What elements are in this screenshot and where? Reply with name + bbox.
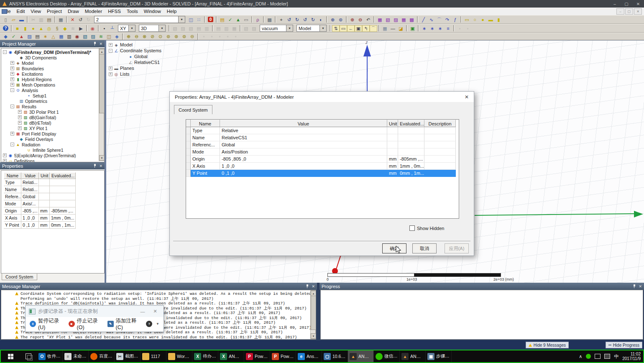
menu-item[interactable]: Help [164, 8, 180, 14]
checkbox-icon[interactable] [409, 225, 415, 231]
expander-icon[interactable]: + [109, 43, 112, 47]
wechat-tray-icon[interactable] [586, 354, 591, 359]
dialog-property-row[interactable]: Origin -805 ,805 ,0 mm -805mm ,... [186, 156, 459, 163]
tree-item[interactable]: + ▬ Planes [108, 65, 161, 71]
measure-icon[interactable]: ◉ [89, 25, 97, 32]
fit-all-icon[interactable]: ⊕ [329, 16, 337, 23]
validate-check-icon[interactable]: ✓ [226, 16, 234, 23]
tree-item[interactable]: - ⊙ Analysis [1, 87, 104, 93]
multi-select-icon[interactable]: ▦ [230, 25, 238, 32]
scroll-down-icon[interactable]: ▼ [311, 333, 316, 339]
taskbar-item[interactable]: e Ansys, I... [296, 350, 322, 362]
snap-center-icon[interactable]: ∗ [428, 25, 436, 32]
close-icon[interactable]: ✕ [150, 309, 160, 314]
sweep-icon[interactable]: ≋ [69, 25, 77, 32]
scale-icon[interactable]: ▫ [232, 33, 240, 40]
ruler-icon[interactable]: — [389, 25, 397, 32]
results-report-icon[interactable]: ▤ [33, 33, 41, 40]
next-select-icon[interactable]: ▨ [250, 25, 258, 32]
tray-expand-icon[interactable]: ∧ [579, 354, 582, 359]
close-icon[interactable]: ✕ [99, 164, 102, 168]
property-row[interactable]: X Axis 1 ,0 ,0 mm 1mm , 0m... [4, 215, 76, 222]
draw-polyhedron-icon[interactable]: ◆ [61, 25, 69, 32]
copy-icon[interactable]: ▥ [37, 16, 45, 23]
column-header-evaluated[interactable]: Evaluated... [398, 120, 424, 127]
chevron-down-icon[interactable]: ▼ [286, 25, 293, 31]
tree-item[interactable]: + ▦ Mesh Operations [1, 82, 104, 87]
expander-icon[interactable]: + [18, 121, 22, 125]
expander-icon[interactable]: + [3, 159, 7, 162]
undo-view-icon[interactable]: ↶ [364, 16, 372, 23]
menu-item[interactable]: Modeler [82, 8, 105, 14]
child-close-icon[interactable]: ✕ [634, 8, 642, 15]
pin-icon[interactable] [93, 42, 97, 46]
expander-icon[interactable]: - [10, 88, 14, 92]
tree-item[interactable]: ∪ Infinite Sphere1 [1, 147, 104, 153]
boolean-subtract-icon[interactable]: ⊖ [133, 33, 141, 40]
taskbar-item[interactable]: ≡ 未命名 -... [63, 350, 89, 362]
taskbar-item[interactable]: 1117 [141, 350, 166, 362]
draw-3pt-arc-icon[interactable]: ↷ [443, 16, 451, 23]
taskbar-item[interactable]: ▢ 10.66.1.... [322, 350, 348, 362]
select-object-icon[interactable]: ◫ [187, 16, 195, 23]
chevron-down-icon[interactable]: ▼ [319, 25, 326, 31]
arc-display-icon[interactable]: ⌒ [370, 25, 377, 32]
mesh-stats-icon[interactable]: ≋ [97, 33, 105, 40]
tree-item[interactable]: ∠ RelativeCS1 [108, 59, 161, 65]
results-note-icon[interactable]: ▭ [242, 16, 250, 23]
grid-visibility-icon[interactable]: ▦ [381, 25, 389, 32]
optimetrics-setup-icon[interactable]: ▨ [26, 33, 33, 40]
hide-progress-button[interactable]: Hide Progress [606, 342, 642, 348]
dialog-property-row[interactable]: Type Relative [186, 127, 459, 134]
tree-item[interactable]: ▪ Setup1 [1, 93, 104, 98]
expander-icon[interactable]: + [10, 66, 14, 70]
dialog-tab-coord-system[interactable]: Coord System [174, 105, 212, 114]
chevron-down-icon[interactable]: ▼ [178, 16, 185, 23]
select-face-icon[interactable]: ∷ [195, 16, 203, 23]
profile-icon[interactable]: ◉ [73, 33, 81, 40]
boolean-split-icon[interactable]: ⊘ [148, 33, 156, 40]
taskbar-item[interactable]: ▣ 步骤记录... [426, 350, 452, 362]
tree-item[interactable]: + ◈ Model [108, 42, 161, 48]
draw-arc-icon[interactable]: ⌒ [435, 16, 443, 23]
dialog-property-row[interactable]: Name RelativeCS1 [186, 134, 459, 141]
move-icon[interactable]: ▫ [200, 33, 208, 40]
working-cs-icon[interactable]: ▨ [179, 25, 187, 32]
draw-torus-icon[interactable]: ◎ [45, 25, 53, 32]
taskbar-item[interactable]: ✂ 截图工具 [115, 350, 141, 362]
field-overlay-icon[interactable]: ∗ [41, 33, 49, 40]
menu-item[interactable]: View [28, 8, 44, 14]
draw-ellipse2-icon[interactable]: ▬ [487, 16, 495, 23]
tree-item[interactable]: ◆ Field Overlays [1, 136, 104, 142]
move-cs-icon[interactable]: ▧ [187, 25, 195, 32]
snap-dim-1-icon[interactable]: ▫ [456, 25, 464, 32]
shade-mode-icon[interactable]: ◪ [397, 25, 405, 32]
save-icon[interactable]: ▬ [18, 16, 26, 23]
draw-helix-icon[interactable]: § [53, 25, 61, 32]
tree-item[interactable]: + ▨ dB(GainTotal) [1, 115, 104, 120]
zero-order-icon[interactable]: 0 [208, 17, 213, 22]
menu-item[interactable]: Draw [65, 8, 82, 14]
maximize-icon[interactable]: ▢ [621, 0, 632, 7]
cancel-button[interactable]: 取消 [412, 243, 437, 253]
new-file-icon[interactable]: ▯ [2, 16, 10, 23]
boundary-display-icon[interactable]: ▭ [340, 25, 347, 32]
history-combo[interactable]: 2 ▼ [94, 16, 185, 23]
taskbar-item[interactable]: O 收件箱 - ... [37, 350, 63, 362]
drawing-plane-combo[interactable]: XY ▼ [118, 25, 135, 32]
property-row[interactable]: Name Relati... [4, 186, 76, 193]
tree-item[interactable]: + ▱ Definitions [1, 158, 104, 162]
analyze-icon[interactable]: ▲ [234, 16, 242, 23]
pause-record-button[interactable]: ‖ 暂停记录(U) [30, 317, 61, 330]
column-header[interactable]: Unit [39, 172, 50, 179]
align-vertical-icon[interactable]: ⇅ [332, 25, 340, 32]
vertex-select-icon[interactable]: ▥ [222, 25, 230, 32]
close-icon[interactable]: ✕ [312, 284, 315, 289]
face-cs-icon[interactable]: ▤ [195, 25, 203, 32]
rotate-icon[interactable]: ▫ [208, 33, 216, 40]
tree-item[interactable]: + ▨ XY Plot 1 [1, 125, 104, 131]
minimize-icon[interactable]: – [609, 0, 621, 7]
expander-icon[interactable]: - [109, 49, 112, 53]
tree-item[interactable]: ● Global [108, 54, 161, 59]
pin-icon[interactable] [305, 284, 309, 288]
